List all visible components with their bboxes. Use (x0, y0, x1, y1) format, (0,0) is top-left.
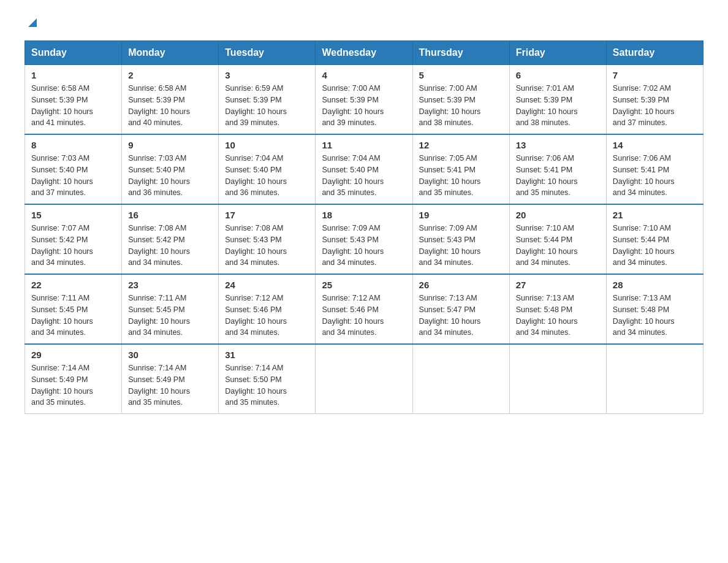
day-info: Sunrise: 7:11 AMSunset: 5:45 PMDaylight:… (128, 293, 212, 339)
day-info: Sunrise: 7:12 AMSunset: 5:46 PMDaylight:… (225, 293, 309, 339)
day-number: 21 (613, 210, 697, 220)
day-number: 8 (31, 140, 115, 150)
day-cell: 24Sunrise: 7:12 AMSunset: 5:46 PMDayligh… (219, 274, 316, 344)
day-info: Sunrise: 7:03 AMSunset: 5:40 PMDaylight:… (31, 153, 115, 199)
day-info: Sunrise: 7:03 AMSunset: 5:40 PMDaylight:… (128, 153, 212, 199)
day-cell: 3Sunrise: 6:59 AMSunset: 5:39 PMDaylight… (219, 65, 316, 135)
day-cell (509, 344, 606, 414)
day-info: Sunrise: 7:11 AMSunset: 5:45 PMDaylight:… (31, 293, 115, 339)
week-row-4: 22Sunrise: 7:11 AMSunset: 5:45 PMDayligh… (25, 274, 703, 344)
header-thursday: Thursday (412, 41, 509, 65)
day-number: 18 (322, 210, 406, 220)
day-cell: 23Sunrise: 7:11 AMSunset: 5:45 PMDayligh… (122, 274, 219, 344)
day-cell: 29Sunrise: 7:14 AMSunset: 5:49 PMDayligh… (25, 344, 122, 414)
day-cell: 13Sunrise: 7:06 AMSunset: 5:41 PMDayligh… (509, 134, 606, 204)
day-info: Sunrise: 7:05 AMSunset: 5:41 PMDaylight:… (419, 153, 503, 199)
day-info: Sunrise: 6:58 AMSunset: 5:39 PMDaylight:… (31, 83, 115, 129)
day-info: Sunrise: 7:13 AMSunset: 5:48 PMDaylight:… (613, 293, 697, 339)
day-cell: 5Sunrise: 7:00 AMSunset: 5:39 PMDaylight… (412, 65, 509, 135)
day-number: 10 (225, 140, 309, 150)
day-info: Sunrise: 7:13 AMSunset: 5:48 PMDaylight:… (516, 293, 600, 339)
day-info: Sunrise: 6:58 AMSunset: 5:39 PMDaylight:… (128, 83, 212, 129)
day-cell (316, 344, 412, 414)
day-info: Sunrise: 7:10 AMSunset: 5:44 PMDaylight:… (516, 223, 600, 269)
day-cell: 16Sunrise: 7:08 AMSunset: 5:42 PMDayligh… (122, 204, 219, 274)
svg-marker-0 (28, 18, 37, 27)
week-row-1: 1Sunrise: 6:58 AMSunset: 5:39 PMDaylight… (25, 65, 703, 135)
day-info: Sunrise: 7:14 AMSunset: 5:49 PMDaylight:… (128, 362, 212, 408)
day-info: Sunrise: 7:07 AMSunset: 5:42 PMDaylight:… (31, 223, 115, 269)
day-cell: 26Sunrise: 7:13 AMSunset: 5:47 PMDayligh… (412, 274, 509, 344)
day-cell: 7Sunrise: 7:02 AMSunset: 5:39 PMDaylight… (606, 65, 703, 135)
day-cell: 22Sunrise: 7:11 AMSunset: 5:45 PMDayligh… (25, 274, 122, 344)
day-number: 14 (613, 140, 697, 150)
day-info: Sunrise: 7:02 AMSunset: 5:39 PMDaylight:… (613, 83, 697, 129)
day-number: 1 (31, 70, 115, 80)
day-number: 9 (128, 140, 212, 150)
calendar-header: SundayMondayTuesdayWednesdayThursdayFrid… (25, 41, 703, 65)
day-cell: 27Sunrise: 7:13 AMSunset: 5:48 PMDayligh… (509, 274, 606, 344)
day-cell: 11Sunrise: 7:04 AMSunset: 5:40 PMDayligh… (316, 134, 412, 204)
day-info: Sunrise: 7:14 AMSunset: 5:49 PMDaylight:… (31, 362, 115, 408)
day-cell: 28Sunrise: 7:13 AMSunset: 5:48 PMDayligh… (606, 274, 703, 344)
calendar-body: 1Sunrise: 6:58 AMSunset: 5:39 PMDaylight… (25, 65, 703, 414)
day-cell (412, 344, 509, 414)
day-number: 12 (419, 140, 503, 150)
day-cell: 19Sunrise: 7:09 AMSunset: 5:43 PMDayligh… (412, 204, 509, 274)
header-friday: Friday (509, 41, 606, 65)
day-cell: 30Sunrise: 7:14 AMSunset: 5:49 PMDayligh… (122, 344, 219, 414)
day-info: Sunrise: 7:09 AMSunset: 5:43 PMDaylight:… (419, 223, 503, 269)
header-saturday: Saturday (606, 41, 703, 65)
day-number: 19 (419, 210, 503, 220)
day-cell: 4Sunrise: 7:00 AMSunset: 5:39 PMDaylight… (316, 65, 412, 135)
day-cell: 17Sunrise: 7:08 AMSunset: 5:43 PMDayligh… (219, 204, 316, 274)
day-info: Sunrise: 7:13 AMSunset: 5:47 PMDaylight:… (419, 293, 503, 339)
day-number: 13 (516, 140, 600, 150)
day-cell: 14Sunrise: 7:06 AMSunset: 5:41 PMDayligh… (606, 134, 703, 204)
day-number: 20 (516, 210, 600, 220)
day-info: Sunrise: 7:12 AMSunset: 5:46 PMDaylight:… (322, 293, 406, 339)
day-info: Sunrise: 7:10 AMSunset: 5:44 PMDaylight:… (613, 223, 697, 269)
day-cell: 8Sunrise: 7:03 AMSunset: 5:40 PMDaylight… (25, 134, 122, 204)
day-number: 31 (225, 350, 309, 360)
day-cell: 6Sunrise: 7:01 AMSunset: 5:39 PMDaylight… (509, 65, 606, 135)
day-number: 29 (31, 350, 115, 360)
logo (25, 18, 39, 28)
day-cell: 21Sunrise: 7:10 AMSunset: 5:44 PMDayligh… (606, 204, 703, 274)
day-number: 28 (613, 280, 697, 290)
day-number: 3 (225, 70, 309, 80)
day-cell: 31Sunrise: 7:14 AMSunset: 5:50 PMDayligh… (219, 344, 316, 414)
day-number: 11 (322, 140, 406, 150)
logo-triangle-icon (26, 16, 39, 29)
day-cell (606, 344, 703, 414)
day-number: 16 (128, 210, 212, 220)
day-number: 4 (322, 70, 406, 80)
day-cell: 10Sunrise: 7:04 AMSunset: 5:40 PMDayligh… (219, 134, 316, 204)
day-cell: 1Sunrise: 6:58 AMSunset: 5:39 PMDaylight… (25, 65, 122, 135)
header-tuesday: Tuesday (219, 41, 316, 65)
day-cell: 9Sunrise: 7:03 AMSunset: 5:40 PMDaylight… (122, 134, 219, 204)
day-number: 24 (225, 280, 309, 290)
day-number: 26 (419, 280, 503, 290)
day-info: Sunrise: 7:14 AMSunset: 5:50 PMDaylight:… (225, 362, 309, 408)
day-cell: 15Sunrise: 7:07 AMSunset: 5:42 PMDayligh… (25, 204, 122, 274)
header-sunday: Sunday (25, 41, 122, 65)
day-cell: 18Sunrise: 7:09 AMSunset: 5:43 PMDayligh… (316, 204, 412, 274)
week-row-3: 15Sunrise: 7:07 AMSunset: 5:42 PMDayligh… (25, 204, 703, 274)
header-wednesday: Wednesday (316, 41, 412, 65)
week-row-5: 29Sunrise: 7:14 AMSunset: 5:49 PMDayligh… (25, 344, 703, 414)
day-number: 5 (419, 70, 503, 80)
day-number: 17 (225, 210, 309, 220)
day-info: Sunrise: 7:04 AMSunset: 5:40 PMDaylight:… (322, 153, 406, 199)
day-number: 30 (128, 350, 212, 360)
day-number: 23 (128, 280, 212, 290)
day-number: 15 (31, 210, 115, 220)
day-info: Sunrise: 7:06 AMSunset: 5:41 PMDaylight:… (613, 153, 697, 199)
week-row-2: 8Sunrise: 7:03 AMSunset: 5:40 PMDaylight… (25, 134, 703, 204)
day-info: Sunrise: 7:08 AMSunset: 5:42 PMDaylight:… (128, 223, 212, 269)
day-info: Sunrise: 7:00 AMSunset: 5:39 PMDaylight:… (322, 83, 406, 129)
header-monday: Monday (122, 41, 219, 65)
header-row: SundayMondayTuesdayWednesdayThursdayFrid… (25, 41, 703, 65)
day-info: Sunrise: 6:59 AMSunset: 5:39 PMDaylight:… (225, 83, 309, 129)
day-cell: 20Sunrise: 7:10 AMSunset: 5:44 PMDayligh… (509, 204, 606, 274)
